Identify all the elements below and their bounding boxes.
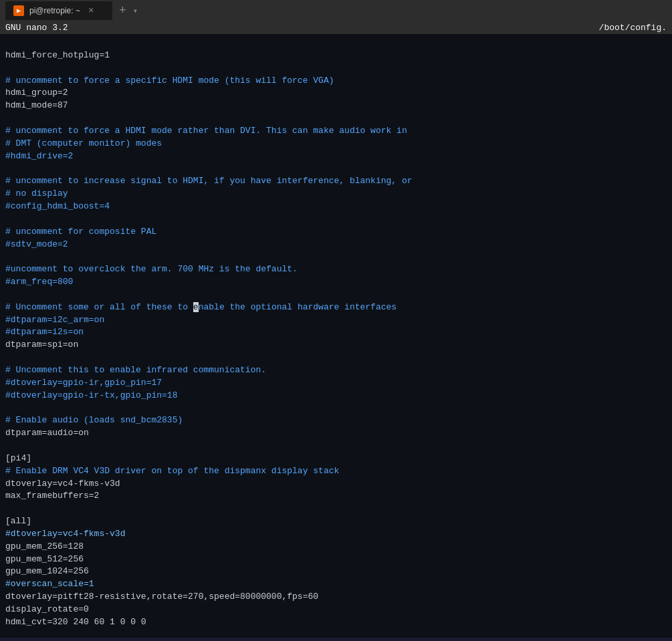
editor-line: # uncomment for composite PAL [5,226,667,239]
editor-line [5,162,667,175]
editor-line: [all] [5,515,667,528]
editor-line: #dtoverlay=gpio-ir-tx,gpio_pin=18 [5,390,667,402]
editor-line: max_framebuffers=2 [5,490,667,503]
editor-line: #dtoverlay=gpio-ir,gpio_pin=17 [5,377,667,390]
editor-line [5,213,667,226]
tab-title: pi@retropie: ~ [29,6,80,15]
editor-line: gpu_mem_512=256 [5,553,667,566]
editor-line: hdmi_group=2 [5,87,667,100]
editor-line: # Enable DRM VC4 V3D driver on top of th… [5,465,667,478]
editor-line: #arm_freq=800 [5,276,667,289]
editor-line: #sdtv_mode=2 [5,239,667,251]
editor-line [5,251,667,263]
editor-line [5,289,667,301]
editor-line: # Uncomment this to enable infrared comm… [5,364,667,377]
editor-line [5,402,667,414]
nano-filename: /boot/config. [599,23,667,33]
editor-line: gpu_mem_1024=256 [5,565,667,578]
editor-line: display_rotate=0 [5,604,667,616]
editor-line [5,352,667,364]
text-cursor: e [193,302,199,312]
editor-line [5,440,667,453]
tab-close-button[interactable]: × [88,5,94,16]
editor-line [5,503,667,515]
editor-line: #dtparam=i2s=on [5,326,667,339]
editor-line: # uncomment to force a HDMI mode rather … [5,125,667,138]
editor-line: # uncomment to increase signal to HDMI, … [5,175,667,188]
editor-line: # no display [5,188,667,201]
editor-line: [pi4] [5,453,667,465]
editor-line: #hdmi_drive=2 [5,150,667,163]
nano-version: GNU nano 3.2 [5,23,68,33]
terminal-tab[interactable]: ▶ pi@retropie: ~ × [5,1,112,20]
editor-line: hdmi_force_hotplug=1 [5,49,667,62]
editor-line: hdmi_cvt=320 240 60 1 0 0 0 [5,616,667,629]
editor-line [5,62,667,75]
editor-line: #overscan_scale=1 [5,578,667,591]
editor-line: dtparam=audio=on [5,427,667,440]
tab-chevron-button[interactable]: ▾ [133,6,138,16]
editor-line [5,112,667,125]
editor-line: #dtoverlay=vc4-fkms-v3d [5,528,667,541]
editor-line: # uncomment to force a specific HDMI mod… [5,75,667,88]
editor-line: #config_hdmi_boost=4 [5,201,667,213]
new-tab-button[interactable]: + [115,4,130,17]
editor-line: hdmi_mode=87 [5,100,667,112]
nano-topbar: GNU nano 3.2 /boot/config. [0,21,672,34]
editor-line: #uncomment to overclock the arm. 700 MHz… [5,263,667,276]
editor-line: # Uncomment some or all of these to enab… [5,301,667,314]
editor-line: #dtparam=i2c_arm=on [5,314,667,327]
editor-line: dtoverlay=pitft28-resistive,rotate=270,s… [5,591,667,604]
tab-icon-text: ▶ [17,7,21,15]
editor-area[interactable]: hdmi_force_hotplug=1 # uncomment to forc… [0,34,672,638]
editor-line: gpu_mem_256=128 [5,541,667,553]
tab-icon: ▶ [13,5,24,16]
editor-line: # DMT (computer monitor) modes [5,138,667,150]
editor-line: dtparam=spi=on [5,339,667,352]
editor-line: # Enable audio (loads snd_bcm2835) [5,414,667,427]
title-bar: ▶ pi@retropie: ~ × + ▾ [0,0,672,21]
editor-line: dtoverlay=vc4-fkms-v3d [5,478,667,491]
